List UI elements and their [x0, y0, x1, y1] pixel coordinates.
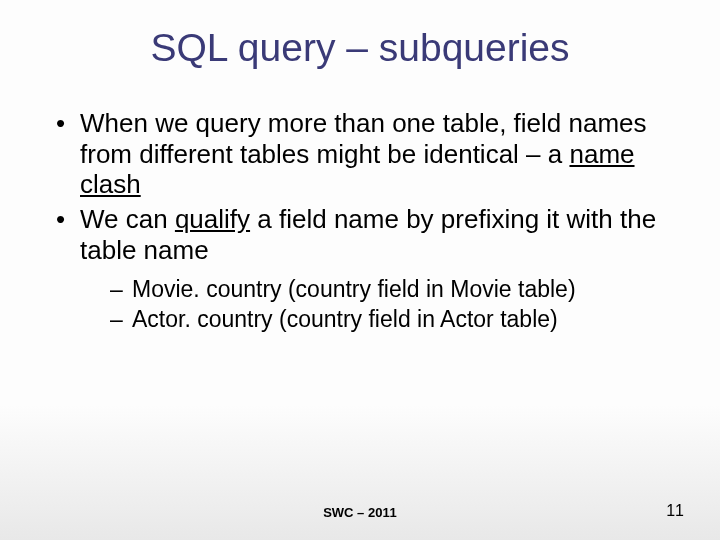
- bullet-item: When we query more than one table, field…: [54, 108, 666, 200]
- page-number: 11: [666, 502, 684, 520]
- bullet-item: We can qualify a field name by prefixing…: [54, 204, 666, 333]
- sub-item: Movie. country (country field in Movie t…: [110, 275, 666, 303]
- bullet-text: When we query more than one table, field…: [80, 108, 647, 169]
- sub-item: Actor. country (country field in Actor t…: [110, 305, 666, 333]
- footer-text: SWC – 2011: [0, 505, 720, 520]
- bullet-list: When we query more than one table, field…: [54, 108, 666, 333]
- sub-list: Movie. country (country field in Movie t…: [110, 275, 666, 333]
- slide-title: SQL query – subqueries: [0, 0, 720, 70]
- bullet-text: We can: [80, 204, 175, 234]
- bullet-underline: qualify: [175, 204, 250, 234]
- slide-body: When we query more than one table, field…: [0, 70, 720, 333]
